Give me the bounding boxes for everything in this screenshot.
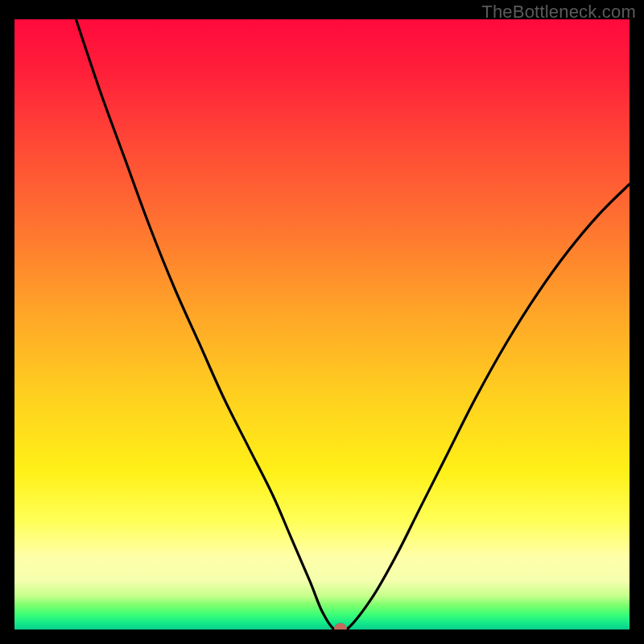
curve-svg [14, 19, 630, 630]
chart-frame: TheBottleneck.com [0, 0, 644, 644]
bottleneck-curve-path [76, 19, 630, 630]
plot-area [14, 19, 630, 630]
watermark-text: TheBottleneck.com [481, 2, 636, 23]
